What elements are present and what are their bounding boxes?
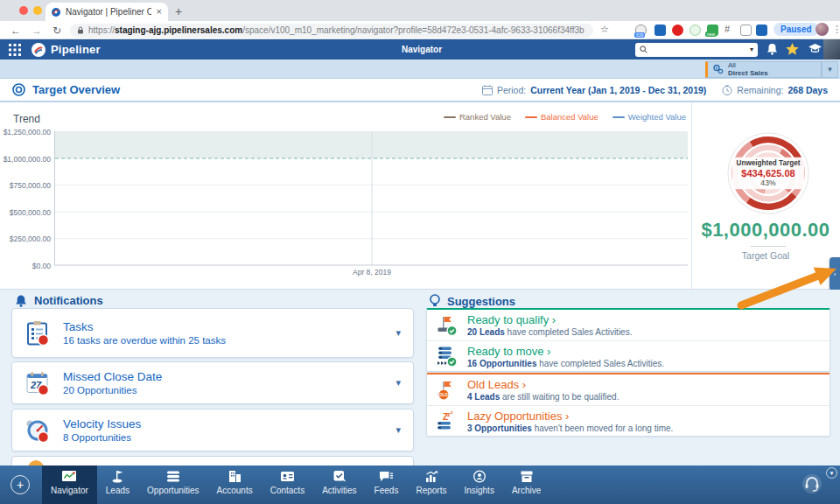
suggestion-old-leads[interactable]: OLD Old Leads › 4 Leads are still waitin…: [427, 374, 830, 405]
url-bar[interactable]: https://staging-ajg.pipelinersales.com/s…: [70, 24, 593, 38]
nav-activities[interactable]: Activities: [313, 466, 365, 504]
suggestion-ready-to-move[interactable]: Ready to move › 16 Opportunities have co…: [427, 340, 830, 371]
lazy-opportunities-icon: Z z z: [436, 410, 458, 432]
extension-robot-icon[interactable]: new: [707, 24, 718, 36]
nav-accounts[interactable]: Accounts: [208, 466, 262, 504]
legend-weighted[interactable]: Weighted Value: [612, 112, 686, 122]
training-cap-icon[interactable]: [808, 44, 822, 54]
suggestion-title: Old Leads ›: [467, 378, 619, 391]
window-minimize-button[interactable]: [33, 6, 42, 15]
notifications-header: Notifications: [15, 294, 103, 307]
target-overview-bar: Target Overview Period: Current Year (Ja…: [0, 79, 840, 102]
section-title: Target Overview: [32, 83, 120, 96]
suggestion-subtitle: 16 Opportunities have completed Sales Ac…: [467, 359, 664, 368]
filter-chevron-icon[interactable]: ▾: [822, 61, 838, 78]
x-tick: Apr 8, 2019: [350, 268, 394, 276]
gauge-value: $434,625.08: [741, 168, 794, 178]
nav-opportunities[interactable]: Opportunities: [138, 466, 207, 504]
nav-feeds[interactable]: Feeds: [366, 466, 408, 504]
bookmark-star-icon[interactable]: ☆: [600, 24, 609, 35]
add-button[interactable]: +: [10, 475, 30, 494]
new-tab-button[interactable]: +: [175, 4, 182, 18]
browser-tab-strip: Navigator | Pipeliner CRM × +: [0, 0, 840, 21]
extension-grid-icon[interactable]: #: [724, 24, 730, 34]
y-tick: $1,250,000.00: [0, 128, 51, 136]
contacts-icon: [280, 470, 295, 483]
nav-leads[interactable]: Leads: [97, 466, 138, 504]
notification-card-velocity[interactable]: Velocity Issues 8 Opportunities ▾: [11, 409, 414, 452]
feeds-icon: [379, 470, 394, 483]
period-value[interactable]: Current Year (Jan 1, 2019 - Dec 31, 2019…: [530, 85, 706, 95]
suggestion-lazy-opportunities[interactable]: Z z z Lazy Opportunities › 3 Opportuniti…: [427, 405, 830, 436]
pipeliner-logo-icon: [32, 43, 46, 57]
velocity-gauge-icon: [24, 417, 51, 444]
target-goal-label: Target Goal: [692, 250, 839, 261]
opportunities-icon: [166, 470, 180, 483]
extension-lock-icon[interactable]: 639: [635, 24, 647, 36]
bottom-nav-items: Navigator Leads Opportunities Accounts C…: [42, 466, 550, 504]
goal-divider: [751, 246, 786, 247]
search-dropdown-icon[interactable]: ▾: [750, 46, 753, 53]
search-input[interactable]: [651, 45, 746, 54]
extension-red-circle-icon[interactable]: [672, 24, 683, 36]
window-close-button[interactable]: [19, 6, 28, 15]
tasks-clipboard-icon: [24, 320, 51, 346]
extension-blue-icon[interactable]: [756, 24, 767, 36]
ready-to-move-icon: [436, 345, 458, 368]
suggestions-bulb-icon: [430, 294, 440, 308]
suggestion-ready-to-qualify[interactable]: Ready to qualify › 20 Leads have complet…: [427, 310, 830, 340]
nav-contacts[interactable]: Contacts: [262, 466, 313, 504]
suggestion-group-orange: OLD Old Leads › 4 Leads are still waitin…: [426, 373, 830, 437]
gauge-percent: 43%: [760, 178, 776, 187]
nav-insights[interactable]: Insights: [455, 466, 502, 504]
legend-ranked[interactable]: Ranked Value: [444, 112, 511, 122]
nav-reports[interactable]: Reports: [407, 466, 455, 504]
reports-icon: [424, 470, 438, 483]
expand-chevron-icon[interactable]: ▾: [396, 377, 401, 388]
suggestion-text: Lazy Opportunities › 3 Opportunities hav…: [467, 410, 673, 433]
extension-pen-icon[interactable]: [654, 24, 666, 36]
navbar-collapse-icon[interactable]: ▾: [826, 467, 837, 479]
browser-tab[interactable]: Navigator | Pipeliner CRM ×: [46, 3, 168, 21]
expand-chevron-icon[interactable]: ▾: [396, 424, 401, 436]
filter-line1: All: [728, 61, 768, 69]
chart-legend: Ranked Value Balanced Value Weighted Val…: [444, 112, 686, 122]
suggestions-header: Suggestions: [430, 294, 515, 308]
suggestion-subtitle: 3 Opportunities haven't been moved for a…: [467, 424, 673, 433]
extension-green-dot-icon[interactable]: [690, 24, 701, 36]
extension-square-icon[interactable]: [740, 24, 752, 36]
period-calendar-icon: [482, 85, 493, 95]
user-avatar[interactable]: [823, 39, 840, 60]
remaining-label: Remaining:: [737, 85, 783, 95]
archive-icon: [520, 470, 534, 483]
legend-balanced[interactable]: Balanced Value: [525, 112, 598, 122]
suggestion-title: Ready to qualify ›: [467, 313, 632, 326]
nav-navigator[interactable]: Navigator: [42, 466, 97, 504]
expand-chevron-icon[interactable]: ▾: [396, 327, 401, 339]
profile-filter-dropdown[interactable]: All Direct Sales: [705, 61, 822, 78]
paused-sync-button[interactable]: Paused: [774, 23, 819, 36]
back-icon[interactable]: ←: [10, 24, 21, 37]
favorites-star-icon[interactable]: [786, 43, 799, 55]
browser-profile-avatar[interactable]: [816, 23, 829, 36]
global-search[interactable]: ▾: [635, 43, 758, 57]
browser-menu-icon[interactable]: ⋮: [832, 24, 840, 35]
nav-archive[interactable]: Archive: [503, 466, 550, 504]
tab-close-icon[interactable]: ×: [157, 7, 162, 17]
card-title: Velocity Issues: [63, 417, 141, 430]
support-headset-icon[interactable]: [802, 473, 822, 494]
accounts-icon: [228, 470, 242, 483]
notification-card-missed-close[interactable]: 27 Missed Close Date 20 Opportunities ▾: [11, 361, 414, 404]
leads-icon: [110, 470, 124, 483]
card-text: Missed Close Date 20 Opportunities: [63, 370, 162, 396]
notification-card-tasks[interactable]: Tasks 16 tasks are overdue within 25 tas…: [11, 308, 414, 358]
collapse-panel-handle[interactable]: ‹: [830, 257, 840, 290]
brand-name: Pipeliner: [51, 43, 101, 56]
notifications-icon: [15, 294, 27, 307]
forward-icon[interactable]: →: [32, 24, 42, 37]
suggestion-subtitle: 20 Leads have completed Sales Activities…: [467, 327, 632, 337]
notifications-bell-icon[interactable]: [766, 43, 778, 55]
svg-text:z: z: [451, 410, 453, 415]
apps-grid-icon[interactable]: [9, 44, 21, 56]
reload-icon[interactable]: ↻: [52, 24, 61, 37]
